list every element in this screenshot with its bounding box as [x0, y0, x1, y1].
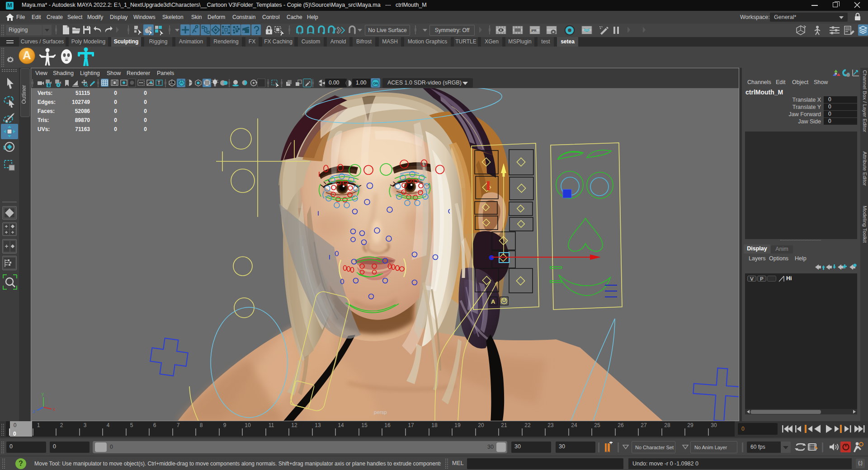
svg-text:z: z: [33, 409, 35, 414]
svg-text:x: x: [53, 407, 55, 412]
svg-text:T: T: [158, 80, 160, 85]
svg-text:IPR: IPR: [531, 29, 537, 32]
svg-text:persp: persp: [374, 409, 387, 415]
svg-text:A: A: [491, 298, 495, 305]
svg-text:y: y: [42, 391, 44, 396]
svg-text:ON: ON: [373, 81, 378, 85]
